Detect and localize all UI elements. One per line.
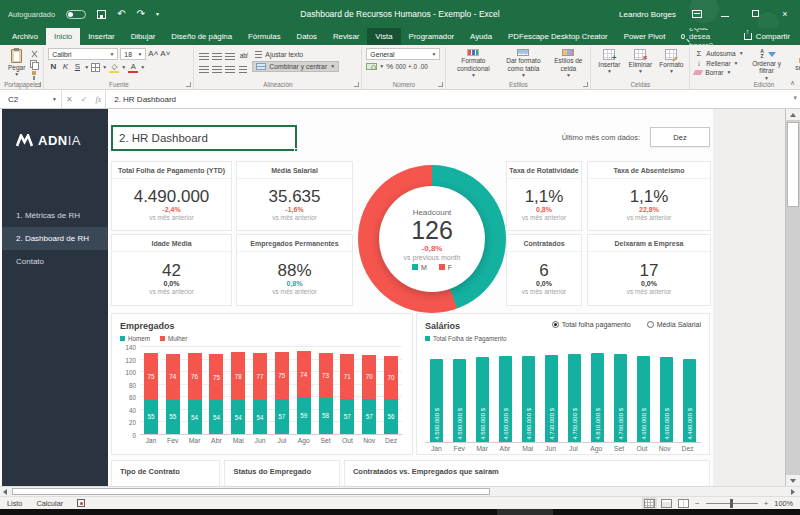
calculate-status[interactable]: Calcular [36, 499, 63, 508]
shrink-font-icon[interactable]: A˅ [160, 49, 170, 59]
tab-programador[interactable]: Programador [401, 28, 463, 45]
zoom-slider[interactable] [706, 503, 758, 504]
last-month-dropdown[interactable]: Dez [650, 127, 710, 147]
align-right-icon[interactable] [224, 63, 236, 75]
percent-style-icon[interactable]: % [386, 62, 393, 71]
tab-insertar[interactable]: Insertar [80, 28, 122, 45]
tab-f-rmulas[interactable]: Fórmulas [240, 28, 289, 45]
horizontal-scrollbar-thumb[interactable] [12, 488, 490, 495]
expand-formula-bar-icon[interactable]: ▾ [793, 94, 797, 102]
comma-style-icon[interactable]: 000 [395, 63, 406, 70]
wrap-text-button[interactable]: Ajustar texto [252, 50, 339, 59]
font-name-select[interactable]: Calibri▼ [48, 48, 118, 60]
collapse-ribbon-icon[interactable]: ∧ [790, 79, 795, 87]
radio-option-m-dia-salarial[interactable]: Média Salarial [647, 321, 701, 328]
autosum-button[interactable]: ΣAutosuma▼ [694, 49, 743, 58]
normal-view-icon[interactable] [644, 499, 655, 508]
alignment-dialog-launcher[interactable] [354, 82, 359, 87]
macro-record-icon[interactable] [77, 499, 85, 507]
selected-cell[interactable]: 2. HR Dashboard [111, 125, 297, 151]
indent-icon[interactable] [237, 63, 249, 75]
number-dialog-launcher[interactable] [438, 82, 443, 87]
undo-icon[interactable]: ↶ [117, 9, 125, 19]
share-button[interactable]: Compartir [734, 28, 800, 45]
ribbon-display-options-icon[interactable] [692, 10, 702, 18]
align-left-icon[interactable] [198, 63, 210, 75]
sidebar-item-2-dashboard-de-rh[interactable]: 2. Dashboard de RH [2, 227, 108, 250]
zoom-level[interactable]: 100% [774, 499, 793, 508]
insert-function-icon[interactable]: fx [95, 95, 101, 104]
font-color-icon[interactable]: A [128, 63, 138, 71]
number-format-select[interactable]: General▼ [366, 48, 440, 60]
italic-button[interactable]: K [60, 62, 70, 72]
zoom-slider-thumb[interactable] [730, 499, 733, 508]
orientation-icon[interactable]: ab̸ [237, 50, 249, 62]
page-layout-view-icon[interactable] [661, 499, 672, 508]
align-middle-icon[interactable] [211, 50, 223, 62]
zoom-in-icon[interactable]: + [764, 499, 769, 508]
radio-button[interactable] [552, 321, 559, 328]
format-cells-button[interactable]: Formato▼ [657, 48, 685, 79]
sidebar-item-contato[interactable]: Contato [2, 250, 108, 273]
enter-icon[interactable]: ✓ [81, 95, 88, 104]
tab-dibujar[interactable]: Dibujar [123, 28, 164, 45]
styles-dialog-launcher[interactable] [583, 82, 588, 87]
find-select-button[interactable]: Buscar y seleccionar▼ [790, 48, 800, 79]
tab-dise-o-de-p-gina[interactable]: Diseño de página [163, 28, 240, 45]
copy-icon[interactable] [30, 60, 38, 68]
zoom-out-icon[interactable]: − [695, 499, 700, 508]
tab-datos[interactable]: Datos [289, 28, 325, 45]
fill-button[interactable]: ↓Rellenar▼ [694, 59, 743, 68]
scroll-down-arrow[interactable] [786, 475, 800, 486]
clear-button[interactable]: Borrar▼ [694, 69, 743, 76]
align-bottom-icon[interactable] [224, 50, 236, 62]
tab-pdfescape-desktop-creator[interactable]: PDFescape Desktop Creator [500, 28, 616, 45]
decrease-decimal-icon[interactable]: .00 [419, 63, 428, 70]
align-top-icon[interactable] [198, 50, 210, 62]
tab-vista[interactable]: Vista [367, 28, 400, 45]
name-box[interactable]: C2▼ [0, 90, 62, 108]
radio-button[interactable] [647, 321, 654, 328]
save-icon[interactable] [97, 10, 106, 19]
autosave-toggle[interactable] [66, 10, 86, 19]
maximize-button[interactable] [748, 9, 762, 19]
underline-button[interactable]: S [72, 62, 82, 72]
tell-me-search[interactable]: ¿Qué desea hacer? [673, 28, 733, 45]
formula-input[interactable]: 2. HR Dashboard [106, 90, 800, 108]
radio-option-total-folha-pagamento[interactable]: Total folha pagamento [552, 321, 631, 328]
clipboard-dialog-launcher[interactable] [36, 82, 41, 87]
horizontal-scrollbar[interactable] [0, 486, 800, 496]
insert-cells-button[interactable]: Insertar▼ [595, 48, 623, 79]
page-break-view-icon[interactable] [678, 499, 689, 508]
scroll-left-arrow[interactable] [0, 487, 10, 496]
conditional-formatting-button[interactable]: Formato condicional▼ [450, 48, 496, 79]
sort-filter-button[interactable]: AZ Ordenar y filtrar▼ [747, 48, 787, 79]
user-name[interactable]: Leandro Borges [619, 10, 676, 19]
borders-icon[interactable] [91, 63, 100, 72]
cell-styles-button[interactable]: Estilos de celda▼ [550, 48, 586, 79]
cancel-icon[interactable]: ✕ [66, 95, 73, 104]
format-painter-icon[interactable] [30, 71, 38, 79]
vertical-scrollbar-thumb[interactable] [787, 122, 799, 207]
minimize-button[interactable] [718, 9, 732, 19]
format-as-table-button[interactable]: Dar formato como tabla▼ [499, 48, 547, 79]
grow-font-icon[interactable]: A˄ [148, 49, 158, 59]
sidebar-item-1-m-tricas-de-rh[interactable]: 1. Métricas de RH [2, 204, 108, 227]
tab-ayuda[interactable]: Ayuda [462, 28, 500, 45]
scroll-right-arrow[interactable] [788, 487, 798, 496]
scroll-up-arrow[interactable] [786, 109, 800, 120]
tab-power-pivot[interactable]: Power Pivot [616, 28, 674, 45]
vertical-scrollbar[interactable] [785, 109, 800, 486]
fill-color-icon[interactable]: ◇ [109, 63, 119, 71]
bold-button[interactable]: N [48, 62, 58, 72]
font-size-select[interactable]: 18▼ [120, 48, 146, 60]
cut-icon[interactable] [30, 50, 39, 58]
tab-revisar[interactable]: Revisar [325, 28, 367, 45]
customize-qat-icon[interactable]: ▾ [156, 11, 159, 17]
paste-button[interactable]: Pegar▼ [6, 48, 27, 79]
accounting-format-icon[interactable] [366, 63, 377, 70]
close-button[interactable]: × [778, 9, 792, 19]
tab-inicio[interactable]: Inicio [46, 28, 80, 45]
fill-handle[interactable] [294, 148, 298, 152]
tab-archivo[interactable]: Archivo [4, 28, 46, 45]
